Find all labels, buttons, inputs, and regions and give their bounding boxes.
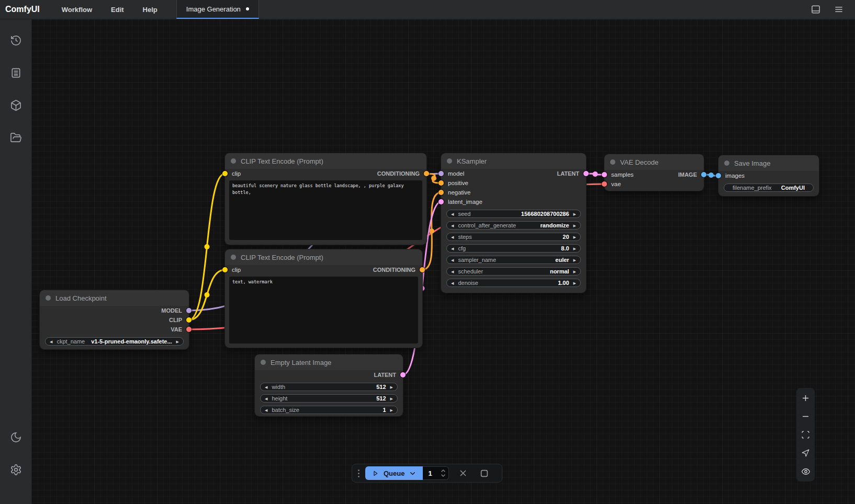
widget-next-icon[interactable] (176, 340, 179, 343)
widget-scheduler[interactable]: scheduler normal (446, 267, 581, 276)
collapse-dot[interactable] (261, 360, 266, 365)
widget-steps[interactable]: steps 20 (446, 233, 581, 241)
positive-prompt-textarea[interactable]: beautiful scenery nature glass bottle la… (229, 180, 422, 240)
widget-next-icon[interactable] (390, 408, 393, 412)
settings-gear-icon[interactable] (1, 455, 30, 484)
port-negative-input[interactable] (438, 190, 444, 195)
node-vae-decode[interactable]: VAE Decode samples IMAGE vae (604, 154, 704, 191)
port-image-output[interactable] (701, 172, 706, 177)
node-library-icon[interactable] (1, 58, 30, 87)
widget-prev-icon[interactable] (451, 281, 454, 285)
link-midpoint-dot[interactable] (708, 173, 714, 178)
link-midpoint-dot[interactable] (431, 176, 436, 181)
collapse-dot[interactable] (610, 159, 615, 165)
widget-prev-icon[interactable] (451, 270, 454, 273)
queue-button[interactable]: Queue (365, 466, 423, 480)
widget-batch-size[interactable]: batch_size 1 (260, 406, 398, 414)
widget-next-icon[interactable] (573, 281, 576, 285)
node-load-checkpoint[interactable]: Load Checkpoint MODEL CLIP VAE ckpt_name… (40, 290, 189, 349)
port-positive-input[interactable] (438, 180, 444, 186)
widget-next-icon[interactable] (573, 270, 576, 273)
widget-prev-icon[interactable] (451, 258, 454, 262)
menu-workflow[interactable]: Workflow (52, 0, 102, 19)
port-conditioning-output[interactable] (420, 267, 425, 272)
batch-count-input[interactable]: 1 (423, 466, 449, 480)
negative-prompt-textarea[interactable]: text, watermark (229, 277, 418, 343)
widget-prev-icon[interactable] (265, 385, 267, 389)
widget-width[interactable]: width 512 (260, 383, 398, 391)
widget-prev-icon[interactable] (451, 224, 454, 227)
port-latent-output[interactable] (400, 372, 406, 377)
stepper-down-icon[interactable] (441, 474, 446, 477)
widget-next-icon[interactable] (573, 212, 576, 216)
widget-prev-icon[interactable] (451, 212, 454, 216)
collapse-dot[interactable] (724, 161, 729, 166)
widget-ckpt-name[interactable]: ckpt_name v1-5-pruned-emaonly.safete... (45, 337, 184, 346)
toggle-visibility-eye-icon[interactable] (797, 462, 815, 480)
port-model-input[interactable] (438, 171, 444, 176)
unsaved-changes-dot (246, 7, 249, 10)
widget-next-icon[interactable] (390, 397, 393, 400)
bottom-panel-toggle-icon[interactable] (808, 2, 824, 17)
widget-height[interactable]: height 512 (260, 394, 398, 403)
pointer-mode-icon[interactable] (797, 444, 815, 462)
widget-prev-icon[interactable] (265, 397, 267, 400)
zoom-in-icon[interactable] (797, 389, 815, 407)
node-save-image[interactable]: Save Image images filename_prefix ComfyU… (718, 155, 819, 196)
node-canvas[interactable]: Load Checkpoint MODEL CLIP VAE ckpt_name… (31, 19, 855, 504)
collapse-dot[interactable] (46, 295, 51, 301)
interrupt-stop-icon[interactable] (477, 466, 491, 480)
port-latent-image-input[interactable] (438, 199, 444, 204)
widget-next-icon[interactable] (573, 224, 576, 227)
stepper-up-icon[interactable] (441, 469, 446, 473)
port-conditioning-output[interactable] (424, 171, 429, 176)
model-library-icon[interactable] (1, 90, 30, 120)
collapse-dot[interactable] (447, 158, 452, 164)
node-clip-text-encode-positive[interactable]: CLIP Text Encode (Prompt) clip CONDITION… (225, 153, 426, 245)
collapse-dot[interactable] (231, 158, 236, 164)
widget-next-icon[interactable] (390, 385, 393, 389)
port-samples-input[interactable] (602, 172, 607, 177)
widget-denoise[interactable]: denoise 1.00 (446, 279, 581, 287)
queue-history-icon[interactable] (1, 26, 30, 55)
node-ksampler[interactable]: KSampler model LATENT positive negative … (441, 153, 586, 293)
chevron-down-icon[interactable] (409, 470, 416, 477)
port-clip-input[interactable] (222, 171, 228, 176)
menu-edit[interactable]: Edit (102, 0, 133, 19)
port-model-output[interactable] (186, 308, 192, 313)
widget-prev-icon[interactable] (451, 247, 454, 250)
drag-handle-icon[interactable] (358, 469, 359, 477)
widget-control-after-generate[interactable]: control_after_generate randomize (446, 221, 581, 230)
fit-view-icon[interactable] (797, 426, 815, 444)
port-clip-input[interactable] (222, 267, 228, 272)
theme-toggle-moon-icon[interactable] (1, 422, 30, 452)
port-vae-input[interactable] (602, 181, 607, 187)
menu-help[interactable]: Help (133, 0, 167, 19)
widget-next-icon[interactable] (573, 235, 576, 239)
workflows-folder-icon[interactable] (1, 123, 30, 152)
widget-sampler-name[interactable]: sampler_name euler (446, 256, 581, 264)
link-midpoint-dot[interactable] (593, 171, 598, 177)
widget-filename-prefix[interactable]: filename_prefix ComfyUI (724, 184, 814, 192)
port-vae-output[interactable] (186, 327, 192, 332)
widget-next-icon[interactable] (573, 258, 576, 262)
widget-prev-icon[interactable] (265, 408, 267, 412)
menu-hamburger-icon[interactable] (831, 2, 847, 17)
link-midpoint-dot[interactable] (205, 244, 210, 249)
zoom-out-icon[interactable] (797, 407, 815, 426)
workflow-tab[interactable]: Image Generation (176, 0, 259, 19)
widget-cfg[interactable]: cfg 8.0 (446, 244, 581, 253)
clear-queue-icon[interactable] (456, 466, 470, 480)
widget-next-icon[interactable] (573, 247, 576, 250)
port-images-input[interactable] (716, 173, 721, 178)
node-title: CLIP Text Encode (Prompt) (241, 254, 323, 261)
port-clip-output[interactable] (186, 317, 192, 323)
node-empty-latent-image[interactable]: Empty Latent Image LATENT width 512 heig… (255, 354, 403, 416)
node-clip-text-encode-negative[interactable]: CLIP Text Encode (Prompt) clip CONDITION… (225, 249, 422, 348)
widget-prev-icon[interactable] (50, 340, 52, 343)
widget-seed[interactable]: seed 156680208700286 (446, 210, 581, 218)
port-latent-output[interactable] (583, 171, 589, 176)
widget-prev-icon[interactable] (451, 235, 454, 239)
collapse-dot[interactable] (231, 255, 236, 260)
link-midpoint-dot[interactable] (205, 292, 210, 297)
